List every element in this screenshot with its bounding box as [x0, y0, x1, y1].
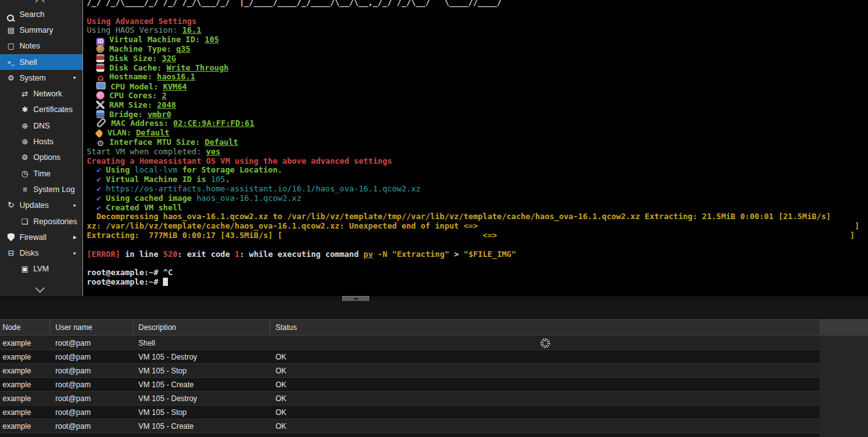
- sidebar-scroll-up-icon[interactable]: [35, 0, 45, 6]
- task-row[interactable]: exampleroot@pamVM 105 - StopOK: [0, 406, 820, 419]
- system-icon: ⚙: [6, 74, 16, 82]
- time-icon: ◷: [19, 169, 30, 178]
- task-row[interactable]: exampleroot@pamVM 105 - DestroyOK: [0, 392, 820, 406]
- task-running-spinner-icon: [540, 338, 550, 348]
- cell-status: OK: [270, 378, 820, 391]
- column-header-description[interactable]: Description: [133, 320, 270, 335]
- tools-icon: [96, 101, 104, 109]
- sidebar-item-firewall[interactable]: Firewall▶: [0, 229, 82, 245]
- terminal-text: Using: [106, 165, 135, 174]
- column-header-status[interactable]: Status: [270, 320, 820, 335]
- terminal-line: root@example:~# ^C: [87, 268, 868, 278]
- panel-splitter[interactable]: [0, 296, 868, 301]
- terminal-text: CPU Model:: [111, 82, 163, 91]
- terminal-line: CPU Model: KVM64: [87, 82, 868, 91]
- cell-status: OK: [270, 364, 820, 377]
- terminal-text: 520: [163, 249, 177, 259]
- terminal-text: >: [449, 249, 464, 259]
- terminal-line: Using HAOS Version: 16.1: [87, 26, 868, 35]
- terminal-line: Disk Cache: Write Through: [87, 64, 868, 73]
- terminal-line: Using Advanced Settings: [87, 17, 868, 26]
- task-row[interactable]: exampleroot@pamVM 105 - StopOK: [0, 364, 820, 378]
- check-icon: ✔: [87, 174, 106, 184]
- sidebar-item-summary[interactable]: ▤Summary: [0, 22, 82, 38]
- updates-icon: ↻: [6, 201, 16, 210]
- terminal-text: haos_ova-16.1.qcow2.xz: [196, 193, 301, 203]
- task-row[interactable]: exampleroot@pamVM 105 - CreateOK: [0, 378, 820, 392]
- sidebar-item-label: System Log: [33, 185, 75, 194]
- task-log-panel: NodeUser nameDescriptionStatus examplero…: [0, 301, 868, 437]
- terminal-line: Machine Type: q35: [87, 45, 868, 54]
- summary-icon: ▤: [6, 26, 16, 35]
- collapse-caret-icon: [353, 298, 359, 300]
- floppy-icon: [96, 64, 104, 72]
- bridge-icon: [96, 110, 104, 118]
- terminal-text: Default: [204, 137, 238, 147]
- cell-node: example: [0, 350, 50, 363]
- sidebar-item-label: Updates: [19, 201, 49, 210]
- sidebar-nav: Search▤Summary▢Notes>_Shell⚙System▼⇄Netw…: [0, 6, 82, 277]
- sidebar-item-options[interactable]: ⚙Options: [0, 150, 82, 166]
- sidebar-item-repositories[interactable]: ❏Repositories: [0, 213, 82, 229]
- terminal-text: : exit code: [177, 249, 235, 259]
- terminal-text: Interface MTU Size:: [109, 137, 205, 147]
- sidebar-item-label: Hosts: [33, 137, 53, 146]
- terminal-text: root@example:~#: [87, 277, 163, 287]
- task-row[interactable]: exampleroot@pamVM 105 - CreateOK: [0, 419, 820, 433]
- terminal-text: q35: [176, 44, 191, 54]
- terminal-text: Machine Type:: [109, 44, 176, 54]
- column-header-node[interactable]: Node: [0, 320, 50, 335]
- sidebar-scroll-down-icon[interactable]: [35, 283, 45, 293]
- sidebar-item-network[interactable]: ⇄Network: [0, 86, 82, 101]
- cell-node: example: [0, 433, 50, 437]
- terminal-text: -N: [373, 249, 392, 259]
- terminal-text: local-lvm: [135, 165, 177, 174]
- terminal-line: [87, 8, 868, 17]
- terminal-line: [87, 241, 868, 250]
- task-table-right-gutter: [820, 319, 868, 437]
- terminal[interactable]: /_/ /_/\____/_/ /_/ /_/\___/_/ |_/____/_…: [82, 0, 868, 296]
- sidebar-item-shell[interactable]: >_Shell: [0, 54, 82, 70]
- terminal-text: 105: [204, 35, 219, 44]
- cell-user: root@pam: [50, 392, 133, 405]
- check-icon: ✔: [87, 165, 106, 174]
- sidebar-item-system[interactable]: ⚙System▼: [0, 70, 82, 86]
- terminal-text: Creating a Homeassistant OS VM using the…: [87, 156, 392, 166]
- cell-node: example: [0, 336, 50, 349]
- sidebar-item-updates[interactable]: ↻Updates▼: [0, 198, 82, 213]
- sidebar-item-label: Time: [33, 169, 50, 178]
- terminal-text: "$FILE_IMG": [464, 249, 516, 259]
- sidebar-item-system-log[interactable]: ≡System Log: [0, 181, 82, 197]
- task-row[interactable]: exampleroot@pamShell: [0, 336, 820, 350]
- disks-icon: ⊟: [6, 249, 16, 258]
- terminal-text: [ERROR]: [87, 249, 120, 259]
- terminal-line: xz: /var/lib/vz/template/cache/haos_ova-…: [87, 222, 868, 231]
- terminal-text: 2048: [157, 100, 176, 110]
- sidebar-item-search[interactable]: Search: [0, 6, 82, 22]
- sidebar-item-lvm[interactable]: ▣LVM: [0, 261, 82, 277]
- sidebar-item-disks[interactable]: ⊟Disks▼: [0, 245, 82, 261]
- sidebar-item-hosts[interactable]: ⊕Hosts: [0, 133, 82, 149]
- sidebar-item-label: Repositories: [33, 217, 77, 226]
- cell-desc: VM 105 - Destroy: [133, 433, 270, 437]
- sidebar-item-certificates[interactable]: ✱Certificates: [0, 102, 82, 118]
- check-icon: ✔: [87, 193, 106, 203]
- terminal-text: haos16.1: [157, 72, 196, 81]
- column-header-user-name[interactable]: User name: [50, 320, 133, 335]
- task-row[interactable]: exampleroot@pamVM 105 - DestroyOK: [0, 350, 820, 364]
- terminal-output[interactable]: /_/ /_/\____/_/ /_/ /_/\___/_/ |_/____/_…: [83, 0, 868, 287]
- sidebar-item-notes[interactable]: ▢Notes: [0, 38, 82, 54]
- cell-node: example: [0, 378, 50, 391]
- cell-desc: VM 105 - Destroy: [133, 350, 270, 363]
- cell-user: root@pam: [50, 364, 133, 377]
- sidebar-item-dns[interactable]: ⊕DNS: [0, 118, 82, 133]
- terminal-text: Using Advanced Settings: [87, 16, 196, 26]
- task-row[interactable]: exampleroot@pamVM 105 - DestroyOK: [0, 433, 820, 437]
- terminal-line: ⌂ Hostname: haos16.1: [87, 72, 868, 82]
- task-table-body: exampleroot@pamShellexampleroot@pamVM 10…: [0, 336, 820, 437]
- cell-node: example: [0, 392, 50, 405]
- sidebar-item-label: Summary: [19, 26, 53, 35]
- house-icon: ⌂: [96, 74, 104, 82]
- cell-status: OK: [270, 392, 820, 405]
- sidebar-item-time[interactable]: ◷Time: [0, 166, 82, 181]
